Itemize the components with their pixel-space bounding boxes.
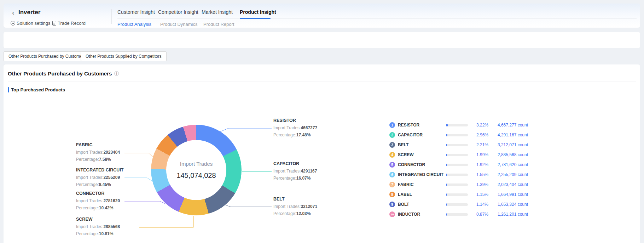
rank-badge: 8	[389, 192, 395, 197]
legend-share-percent: 1.15%	[468, 192, 488, 197]
legend-row[interactable]: 5 CONNECTOR 1.92% 2,781,620 count	[389, 160, 530, 170]
nav-divider-line	[117, 18, 637, 19]
legend-share-percent: 1.92%	[468, 162, 488, 167]
callout-product-name: CONNECTOR	[76, 191, 120, 196]
solution-settings-label: Solution settings	[17, 21, 50, 26]
callout-percentage: Percentage:10.42%	[76, 205, 120, 210]
filter-purchased-by-customers-button[interactable]: Other Products Purchased by Customers	[4, 51, 91, 61]
legend-product-name: BOLT	[398, 202, 446, 207]
legend-progress-bar	[446, 164, 468, 166]
legend-row[interactable]: 6 INTEGRATED CIRCUIT 1.55% 2,255,209 cou…	[389, 170, 530, 180]
callout-label: BELT Import Trades:3212071 Percentage:12…	[273, 197, 317, 218]
callout-product-name: FABRIC	[76, 142, 120, 147]
tab-customer-insight[interactable]: Customer Insight	[117, 9, 155, 15]
legend-row[interactable]: 8 LABEL 1.15% 1,664,991 count	[389, 190, 530, 199]
legend-row[interactable]: 1 RESISTOR 3.22% 4,667,277 count	[389, 120, 530, 130]
legend-progress-bar	[446, 183, 468, 186]
rank-badge: 5	[389, 162, 395, 168]
legend-product-name: CAPACITOR	[398, 132, 446, 137]
callout-product-name: CAPACITOR	[273, 161, 317, 166]
target-circle-icon	[11, 21, 15, 26]
callout-label: SCREW Import Trades:2885568 Percentage:1…	[76, 217, 120, 238]
legend-row[interactable]: 7 FABRIC 1.39% 2,023,404 count	[389, 180, 530, 190]
legend-share-percent: 1.99%	[468, 152, 488, 157]
callout-percentage: Percentage:8.45%	[76, 182, 124, 187]
legend-progress-bar	[446, 124, 468, 126]
callout-import-trades: Import Trades:4291167	[273, 169, 317, 174]
legend-progress-bar	[446, 134, 468, 136]
legend-product-name: INDUCTOR	[398, 212, 446, 217]
solution-settings-link[interactable]: Solution settings	[11, 21, 50, 26]
legend-row[interactable]: 2 CAPACITOR 2.96% 4,291,167 count	[389, 130, 530, 140]
callout-percentage: Percentage:16.07%	[273, 176, 317, 181]
rank-badge: 1	[389, 122, 395, 128]
ranked-legend-list: 1 RESISTOR 3.22% 4,667,277 count 2 CAPAC…	[389, 120, 530, 219]
document-icon	[52, 21, 56, 26]
callout-import-trades: Import Trades:2781620	[76, 198, 120, 203]
section-title: Other Products Purchased by Customers i	[8, 70, 119, 77]
back-icon[interactable]: ‹	[12, 9, 14, 17]
rank-badge: 7	[389, 182, 395, 187]
screen: ‹ Inverter Solution settings Trade Recor…	[0, 0, 644, 243]
tab-market-insight[interactable]: Market Insight	[202, 9, 233, 15]
legend-share-percent: 1.39%	[468, 182, 488, 187]
legend-row[interactable]: 4 SCREW 1.99% 2,885,568 count	[389, 150, 530, 160]
donut-chart[interactable]: Import Trades 145,074,028	[151, 125, 242, 215]
legend-count: 4,667,277 count	[488, 123, 528, 128]
callout-label: CAPACITOR Import Trades:4291167 Percenta…	[273, 161, 317, 183]
callout-percentage: Percentage:10.81%	[76, 231, 120, 236]
legend-product-name: CONNECTOR	[398, 162, 446, 167]
callout-product-name: RESISTOR	[273, 118, 317, 123]
callout-import-trades: Import Trades:2885568	[76, 224, 120, 229]
subtitle-text: Top Purchased Products	[11, 87, 65, 92]
chart-subtitle: Top Purchased Products	[8, 87, 65, 92]
legend-count: 1,664,991 count	[488, 192, 528, 197]
donut-center-label: Import Trades	[180, 161, 213, 167]
legend-product-name: LABEL	[398, 192, 446, 197]
subtitle-accent-bar	[8, 87, 9, 92]
subtab-product-dynamics[interactable]: Product Dynamics	[160, 22, 197, 27]
legend-count: 2,781,620 count	[488, 162, 528, 167]
legend-product-name: SCREW	[398, 152, 446, 157]
donut-center-value: 145,074,028	[176, 171, 216, 180]
legend-count: 2,023,404 count	[488, 182, 528, 187]
filter-supplied-by-competitors-button[interactable]: Other Products Supplied by Competitors	[81, 51, 167, 61]
legend-progress-bar	[446, 193, 468, 196]
legend-product-name: FABRIC	[398, 182, 446, 187]
legend-share-percent: 3.22%	[468, 123, 488, 128]
legend-row[interactable]: 10 INDUCTOR 0.87% 1,261,201 count	[389, 209, 530, 219]
legend-row[interactable]: 3 BELT 2.21% 3,212,071 count	[389, 140, 530, 150]
callout-import-trades: Import Trades:4667277	[273, 125, 317, 130]
callout-import-trades: Import Trades:2255209	[76, 175, 124, 180]
callout-percentage: Percentage:17.48%	[273, 132, 317, 137]
trade-record-link[interactable]: Trade Record	[52, 21, 86, 26]
legend-count: 1,653,324 count	[488, 202, 528, 207]
section-divider	[8, 81, 636, 81]
subtab-product-report[interactable]: Product Report	[203, 22, 234, 27]
tab-product-insight[interactable]: Product Insight	[240, 9, 276, 15]
legend-row[interactable]: 9 BOLT 1.14% 1,653,324 count	[389, 199, 530, 209]
callout-label: CONNECTOR Import Trades:2781620 Percenta…	[76, 191, 120, 213]
subtab-product-analysis[interactable]: Product Analysis	[117, 22, 151, 27]
tab-competitor-insight[interactable]: Competitor Insight	[158, 9, 198, 15]
info-icon[interactable]: i	[114, 71, 119, 76]
legend-count: 2,885,568 count	[488, 152, 528, 157]
callout-import-trades: Import Trades:2023404	[76, 150, 120, 155]
legend-share-percent: 2.21%	[468, 142, 488, 147]
callout-percentage: Percentage:12.03%	[273, 211, 317, 216]
rank-badge: 9	[389, 202, 395, 207]
callout-label: FABRIC Import Trades:2023404 Percentage:…	[76, 142, 120, 164]
legend-progress-bar	[446, 203, 468, 206]
trade-record-label: Trade Record	[58, 21, 86, 26]
rank-badge: 2	[389, 132, 395, 138]
legend-product-name: BELT	[398, 142, 446, 147]
header-card: ‹ Inverter Solution settings Trade Recor…	[4, 4, 640, 28]
page-title: Inverter	[18, 9, 40, 16]
legend-progress-bar	[446, 154, 468, 156]
callout-label: INTEGRATED CIRCUIT Import Trades:2255209…	[76, 168, 124, 189]
legend-progress-bar	[446, 144, 468, 146]
section-title-text: Other Products Purchased by Customers	[8, 70, 112, 77]
legend-product-name: INTEGRATED CIRCUIT	[398, 172, 446, 177]
legend-count: 4,291,167 count	[488, 132, 528, 137]
rank-badge: 3	[389, 142, 395, 148]
